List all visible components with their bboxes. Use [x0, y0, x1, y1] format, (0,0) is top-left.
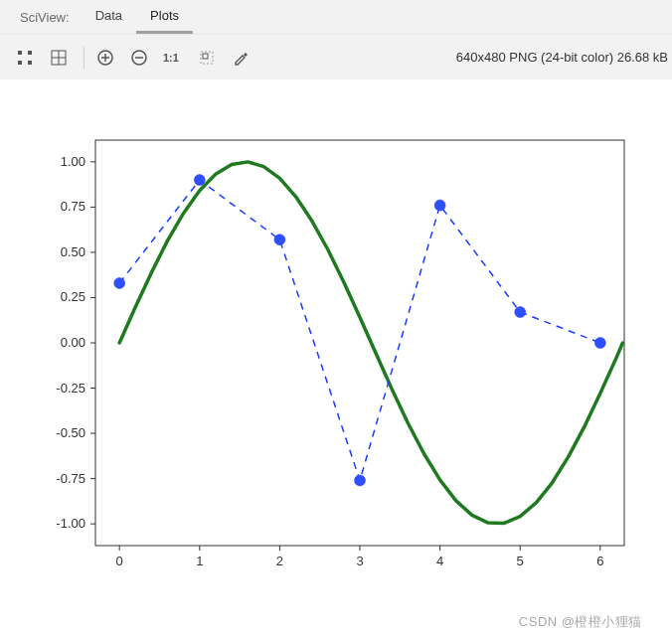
svg-text:1.00: 1.00: [61, 154, 85, 169]
svg-point-51: [355, 475, 366, 486]
tab-data[interactable]: Data: [82, 0, 136, 34]
color-picker-icon[interactable]: [226, 43, 255, 73]
tab-label: Data: [95, 8, 122, 23]
svg-text:0.75: 0.75: [61, 199, 85, 214]
fit-screen-icon[interactable]: [10, 43, 40, 73]
actual-size-icon[interactable]: 1:1: [158, 43, 188, 73]
watermark: CSDN @橙橙小狸猫: [519, 613, 642, 631]
image-info: 640x480 PNG (24-bit color) 26.68 kB: [456, 50, 672, 65]
tab-plots[interactable]: Plots: [136, 0, 193, 34]
svg-point-48: [114, 277, 125, 288]
svg-text:4: 4: [436, 554, 443, 568]
svg-text:5: 5: [517, 554, 524, 568]
plot-svg: 0123456-1.00-0.75-0.50-0.250.000.250.500…: [18, 130, 654, 587]
svg-rect-14: [203, 54, 208, 59]
svg-text:-1.00: -1.00: [56, 516, 85, 531]
header-bar: SciView: Data Plots 1:1 640x480 PNG (24-…: [0, 0, 672, 80]
svg-text:1:1: 1:1: [163, 52, 179, 64]
svg-text:0.25: 0.25: [61, 289, 85, 304]
svg-text:2: 2: [276, 554, 283, 568]
svg-text:0.00: 0.00: [61, 335, 85, 350]
svg-rect-2: [18, 61, 22, 65]
svg-text:0.50: 0.50: [61, 244, 85, 259]
svg-text:-0.75: -0.75: [56, 471, 85, 486]
zoom-out-icon[interactable]: [124, 43, 154, 73]
toolbar-separator: [84, 47, 84, 69]
crop-icon[interactable]: [192, 43, 222, 73]
grid-icon[interactable]: [44, 43, 74, 73]
tab-label: Plots: [150, 8, 179, 23]
svg-point-52: [434, 200, 445, 211]
svg-rect-3: [28, 61, 32, 65]
toolbar: 1:1 640x480 PNG (24-bit color) 26.68 kB: [0, 34, 672, 80]
svg-text:-0.25: -0.25: [56, 381, 85, 396]
svg-point-49: [194, 175, 205, 186]
svg-text:0: 0: [116, 554, 123, 568]
svg-point-54: [594, 338, 605, 349]
svg-rect-1: [28, 51, 32, 55]
zoom-in-icon[interactable]: [90, 43, 120, 73]
plot-canvas-wrap: 0123456-1.00-0.75-0.50-0.250.000.250.500…: [0, 80, 672, 587]
svg-text:6: 6: [596, 554, 603, 568]
svg-point-53: [515, 307, 526, 318]
svg-text:1: 1: [196, 554, 203, 568]
svg-rect-0: [18, 51, 22, 55]
panel-title: SciView:: [8, 10, 82, 25]
svg-text:-0.50: -0.50: [56, 425, 85, 440]
svg-text:3: 3: [356, 554, 363, 568]
tabs-row: SciView: Data Plots: [0, 0, 672, 34]
svg-point-50: [274, 235, 285, 245]
